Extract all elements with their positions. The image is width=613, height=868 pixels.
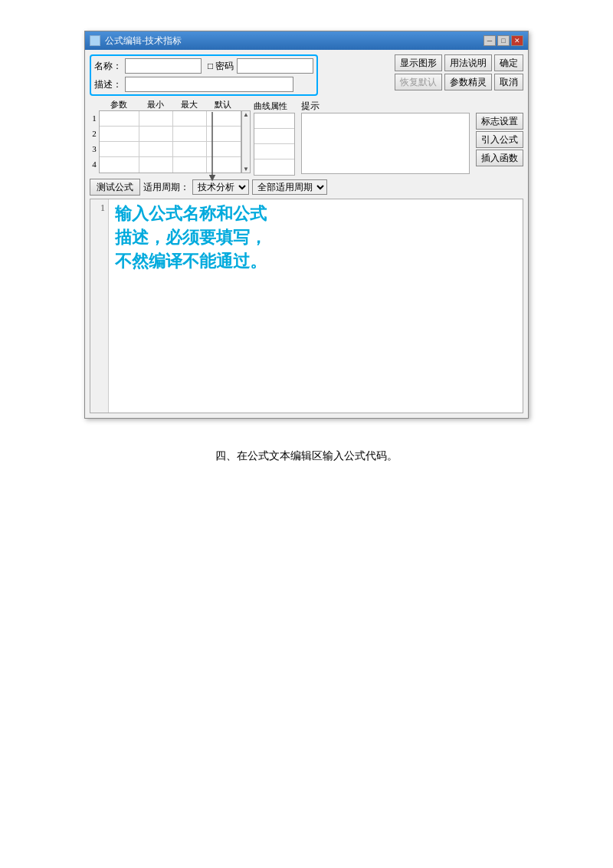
annotation-line3: 不然编译不能通过。 xyxy=(115,250,516,274)
cell-3-default[interactable] xyxy=(207,142,241,157)
name-label: 名称： xyxy=(94,60,122,73)
curve-header: 曲线属性 xyxy=(254,99,295,113)
cell-2-max[interactable] xyxy=(173,127,207,142)
top-section: 名称： □ 密码 描述： 显示图形 xyxy=(90,54,523,96)
annotation-line1: 输入公式名称和公式 xyxy=(115,202,516,226)
name-row: 名称： □ 密码 xyxy=(94,58,313,74)
restore-default-button[interactable]: 恢复默认 xyxy=(395,74,442,90)
usage-hint-button[interactable]: 用法说明 xyxy=(444,54,492,71)
row-num-4: 4 xyxy=(90,156,99,172)
period-select[interactable]: 技术分析 日线 周线 月线 xyxy=(192,179,249,195)
row-num-1: 1 xyxy=(90,110,99,126)
insert-function-button[interactable]: 插入函数 xyxy=(476,150,523,166)
password-input[interactable] xyxy=(237,58,313,74)
col-default-header: 默认 xyxy=(206,99,240,110)
app-icon xyxy=(90,35,100,46)
cell-1-param[interactable] xyxy=(100,111,139,127)
top-left: 名称： □ 密码 描述： xyxy=(90,54,318,96)
maximize-button[interactable]: □ xyxy=(497,35,510,46)
cell-4-default[interactable] xyxy=(207,157,241,173)
params-header: 参数 最小 最大 默认 xyxy=(99,99,251,110)
desc-label: 描述： xyxy=(94,78,122,91)
line-num-1: 1 xyxy=(93,202,105,214)
page-container: 公式编辑-技术指标 ─ □ ✕ 名称： □ 密码 xyxy=(15,31,598,463)
scroll-up-arrow[interactable]: ▲ xyxy=(242,111,250,118)
cell-1-default[interactable] xyxy=(207,111,241,127)
params-table-container: 1 2 3 4 xyxy=(90,110,251,173)
cell-1-max[interactable] xyxy=(173,111,207,127)
show-figure-button[interactable]: 显示图形 xyxy=(395,54,442,71)
import-formula-button[interactable]: 引入公式 xyxy=(476,131,523,148)
curve-cell-3[interactable] xyxy=(254,144,294,159)
scroll-down-arrow[interactable]: ▼ xyxy=(242,166,250,173)
curve-cell-2[interactable] xyxy=(254,129,294,144)
btn-row-1: 显示图形 用法说明 确定 xyxy=(395,54,523,71)
minimize-button[interactable]: ─ xyxy=(484,35,496,46)
cancel-button[interactable]: 取消 xyxy=(494,74,523,90)
curve-panel: 曲线属性 xyxy=(254,99,295,176)
cell-2-min[interactable] xyxy=(139,127,173,142)
code-annotation: 输入公式名称和公式 描述，必须要填写， 不然编译不能通过。 xyxy=(115,202,516,273)
params-panel: 参数 最小 最大 默认 1 2 3 4 xyxy=(90,99,251,173)
confirm-button[interactable]: 确定 xyxy=(494,54,523,71)
cell-3-max[interactable] xyxy=(173,142,207,157)
hint-label: 提示 xyxy=(301,99,470,113)
hint-panel: 提示 xyxy=(301,99,470,174)
col-max-header: 最大 xyxy=(172,99,206,110)
param-wizard-button[interactable]: 参数精灵 xyxy=(444,74,492,90)
desc-input[interactable] xyxy=(125,77,293,92)
cell-2-param[interactable] xyxy=(100,127,139,142)
caption: 四、在公式文本编辑区输入公式代码。 xyxy=(215,449,398,463)
row-numbers: 1 2 3 4 xyxy=(90,110,99,173)
cell-4-param[interactable] xyxy=(100,157,139,173)
cell-4-min[interactable] xyxy=(139,157,173,173)
annotation-line2: 描述，必须要填写， xyxy=(115,226,516,250)
all-period-select[interactable]: 全部适用周期 当前周期 xyxy=(252,179,327,195)
col-min-header: 最小 xyxy=(139,99,172,110)
cell-2-default[interactable] xyxy=(207,127,241,142)
titlebar: 公式编辑-技术指标 ─ □ ✕ xyxy=(85,31,528,50)
cell-4-max[interactable] xyxy=(173,157,207,173)
close-button[interactable]: ✕ xyxy=(511,35,523,46)
curve-cells xyxy=(254,113,295,176)
mark-settings-button[interactable]: 标志设置 xyxy=(476,113,523,130)
name-input[interactable] xyxy=(125,58,202,74)
col-param-header: 参数 xyxy=(99,99,139,110)
cell-1-min[interactable] xyxy=(139,111,173,127)
params-grid xyxy=(99,110,241,173)
middle-section: 参数 最小 最大 默认 1 2 3 4 xyxy=(90,99,523,176)
code-editor[interactable]: 1 输入公式名称和公式 描述，必须要填写， 不然编译不能通过。 xyxy=(90,199,523,413)
password-label: □ 密码 xyxy=(208,60,234,73)
titlebar-left: 公式编辑-技术指标 xyxy=(90,35,182,48)
formula-editor-window: 公式编辑-技术指标 ─ □ ✕ 名称： □ 密码 xyxy=(84,31,529,419)
cell-3-min[interactable] xyxy=(139,142,173,157)
name-desc-highlight-box: 名称： □ 密码 描述： xyxy=(90,54,318,96)
window-inner: 名称： □ 密码 描述： 显示图形 xyxy=(85,50,528,418)
line-numbers: 1 xyxy=(90,199,109,413)
code-content[interactable]: 输入公式名称和公式 描述，必须要填写， 不然编译不能通过。 xyxy=(109,199,523,413)
top-right: 显示图形 用法说明 确定 恢复默认 参数精灵 取消 xyxy=(395,54,523,96)
titlebar-controls: ─ □ ✕ xyxy=(484,35,523,46)
curve-cell-4[interactable] xyxy=(254,159,294,175)
cell-3-param[interactable] xyxy=(100,142,139,157)
test-formula-button[interactable]: 测试公式 xyxy=(90,179,140,196)
row-num-3: 3 xyxy=(90,141,99,156)
btn-row-2: 恢复默认 参数精灵 取消 xyxy=(395,74,523,90)
row-num-2: 2 xyxy=(90,126,99,141)
params-scrollbar[interactable]: ▲ ▼ xyxy=(241,110,251,173)
hint-box xyxy=(301,113,470,174)
window-title: 公式编辑-技术指标 xyxy=(105,35,182,48)
desc-row: 描述： xyxy=(94,77,313,92)
curve-cell-1[interactable] xyxy=(254,113,294,129)
period-label: 适用周期： xyxy=(143,181,189,194)
bottom-bar: 测试公式 适用周期： 技术分析 日线 周线 月线 全部适用周期 当前周期 xyxy=(90,179,523,196)
action-buttons-col: 标志设置 引入公式 插入函数 xyxy=(476,113,523,166)
